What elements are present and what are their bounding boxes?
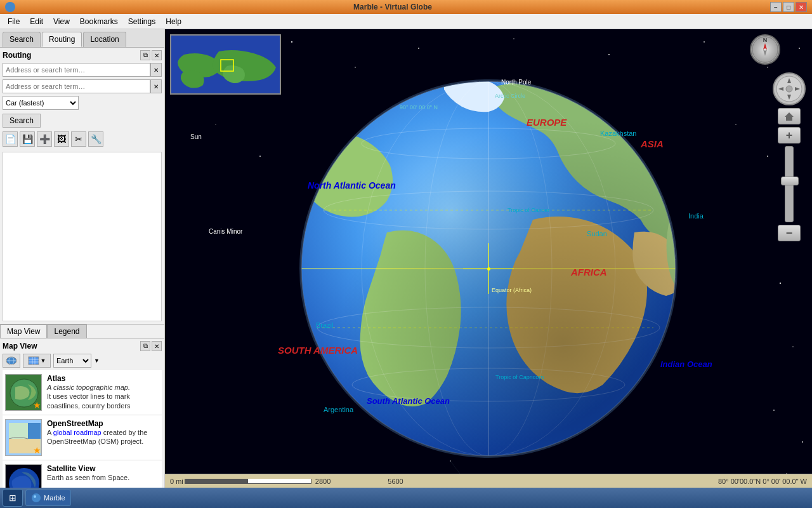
zoom-in-button[interactable]: +: [778, 127, 801, 144]
coords-display: 80° 00'00.0"N 0° 00' 00.0" W: [718, 478, 807, 485]
planet-select[interactable]: Earth Moon Mars: [53, 354, 91, 368]
vehicle-select[interactable]: Car (fastest) Car (shortest) Bicycle Ped…: [3, 96, 79, 110]
scale-label-2800: 2800: [315, 478, 331, 485]
start-button[interactable]: ⊞: [3, 489, 23, 507]
nav-controls: + −: [773, 72, 806, 241]
zoom-slider[interactable]: [785, 146, 794, 222]
svg-rect-3: [29, 357, 39, 364]
svg-point-36: [735, 124, 736, 124]
minimap: [170, 34, 281, 95]
routing-panel: Routing ⧉ ✕ ✕ ✕ Car (fastest) Car: [0, 48, 164, 149]
compass-circle: N: [750, 34, 780, 65]
zoom-out-button[interactable]: −: [778, 225, 801, 241]
osm-info: OpenStreetMap A global roadmap created b…: [47, 419, 159, 456]
maximize-button[interactable]: □: [783, 2, 794, 12]
top-tab-bar: Search Routing Location: [0, 29, 164, 48]
menu-view[interactable]: View: [48, 16, 75, 27]
atlas-desc: A classic topographic map. It uses vecto…: [47, 383, 159, 410]
atlas-name: Atlas: [47, 374, 159, 383]
left-panel: Search Routing Location Routing ⧉ ✕ ✕ ✕: [0, 29, 165, 508]
menu-bar: File Edit View Bookmarks Settings Help: [0, 14, 812, 29]
add-icon[interactable]: ➕: [37, 131, 52, 147]
map-item-atlas[interactable]: ★ Atlas A classic topographic map. It us…: [3, 370, 162, 415]
svg-rect-11: [9, 423, 28, 439]
route-results-area: [3, 152, 162, 321]
search-button[interactable]: Search: [3, 114, 41, 128]
close-button[interactable]: ✕: [796, 2, 807, 12]
map-view-header: Map View ⧉ ✕: [3, 341, 162, 351]
svg-point-24: [704, 41, 705, 43]
osm-star-icon: ★: [33, 445, 41, 455]
globe-view-button[interactable]: [3, 354, 20, 368]
menu-bookmarks[interactable]: Bookmarks: [75, 16, 123, 27]
taskbar-marble-app[interactable]: Marble: [25, 490, 71, 506]
scale-label-0: 0 mi: [170, 478, 183, 485]
tab-map-view[interactable]: Map View: [0, 324, 47, 338]
menu-file[interactable]: File: [3, 16, 25, 27]
route-input-1[interactable]: [3, 63, 150, 77]
map-thumb-osm: ★: [5, 419, 42, 456]
settings-icon[interactable]: 🔧: [88, 131, 103, 147]
svg-point-66: [301, 81, 676, 456]
map-controls-bar: ▼ Earth Moon Mars ▼: [3, 354, 162, 368]
menu-help[interactable]: Help: [160, 16, 187, 27]
route-input-2-clear[interactable]: ✕: [150, 79, 162, 93]
svg-point-84: [34, 495, 36, 498]
scale-label-5600: 5600: [388, 478, 403, 485]
zoom-slider-thumb[interactable]: [781, 177, 799, 185]
svg-point-23: [608, 54, 610, 55]
tab-routing[interactable]: Routing: [42, 32, 82, 47]
scale-bar: 0 mi 2800 5600: [170, 478, 403, 485]
routing-close-button[interactable]: ✕: [152, 50, 162, 60]
image-icon[interactable]: 🖼: [54, 131, 69, 147]
scale-line: [185, 479, 311, 484]
svg-point-28: [259, 156, 261, 157]
window-title: Marble - Virtual Globe: [15, 3, 770, 11]
grid-view-button[interactable]: ▼: [23, 354, 51, 368]
route-input-1-clear[interactable]: ✕: [150, 63, 162, 77]
minimize-button[interactable]: −: [770, 2, 782, 12]
svg-rect-12: [28, 423, 41, 439]
pan-control[interactable]: [773, 72, 806, 105]
space-background: [165, 29, 812, 508]
tab-search[interactable]: Search: [3, 32, 41, 47]
svg-point-40: [792, 346, 793, 347]
svg-point-37: [767, 156, 768, 157]
routing-title: Routing: [3, 51, 31, 60]
open-icon[interactable]: 📄: [3, 131, 18, 147]
route-input-2[interactable]: [3, 79, 150, 93]
map-thumb-atlas: ★: [5, 374, 42, 411]
svg-point-81: [786, 86, 792, 92]
tab-location[interactable]: Location: [83, 32, 126, 47]
satellite-name: Satellite View: [47, 464, 159, 473]
routing-float-button[interactable]: ⧉: [140, 50, 150, 60]
svg-text:N: N: [763, 37, 768, 43]
app-icon: [5, 2, 15, 12]
svg-point-27: [215, 124, 216, 124]
svg-point-41: [773, 410, 775, 411]
compass[interactable]: N: [750, 34, 780, 65]
map-item-osm[interactable]: ★ OpenStreetMap A global roadmap created…: [3, 415, 162, 460]
map-list: ★ Atlas A classic topographic map. It us…: [3, 370, 162, 505]
save-icon[interactable]: 💾: [20, 131, 35, 147]
svg-point-26: [799, 48, 800, 49]
svg-point-83: [32, 493, 41, 502]
map-view-close-button[interactable]: ✕: [152, 341, 162, 351]
window-controls: − □ ✕: [770, 2, 807, 12]
taskbar: ⊞ Marble: [0, 488, 812, 508]
svg-point-25: [767, 67, 768, 68]
map-area[interactable]: N: [165, 29, 812, 508]
svg-point-22: [513, 38, 514, 39]
satellite-desc: Earth as seen from Space.: [47, 473, 159, 482]
bottom-tab-bar: Map View Legend: [0, 324, 164, 338]
cut-icon[interactable]: ✂: [71, 131, 86, 147]
coordinates: 80° 00'00.0"N 0° 00' 00.0" W: [718, 478, 807, 485]
svg-point-19: [291, 41, 292, 43]
tab-legend[interactable]: Legend: [47, 324, 86, 338]
menu-edit[interactable]: Edit: [25, 16, 48, 27]
home-button[interactable]: [778, 108, 801, 124]
osm-name: OpenStreetMap: [47, 419, 159, 428]
title-bar: Marble - Virtual Globe − □ ✕: [0, 0, 812, 14]
map-view-float-button[interactable]: ⧉: [140, 341, 150, 351]
menu-settings[interactable]: Settings: [123, 16, 160, 27]
